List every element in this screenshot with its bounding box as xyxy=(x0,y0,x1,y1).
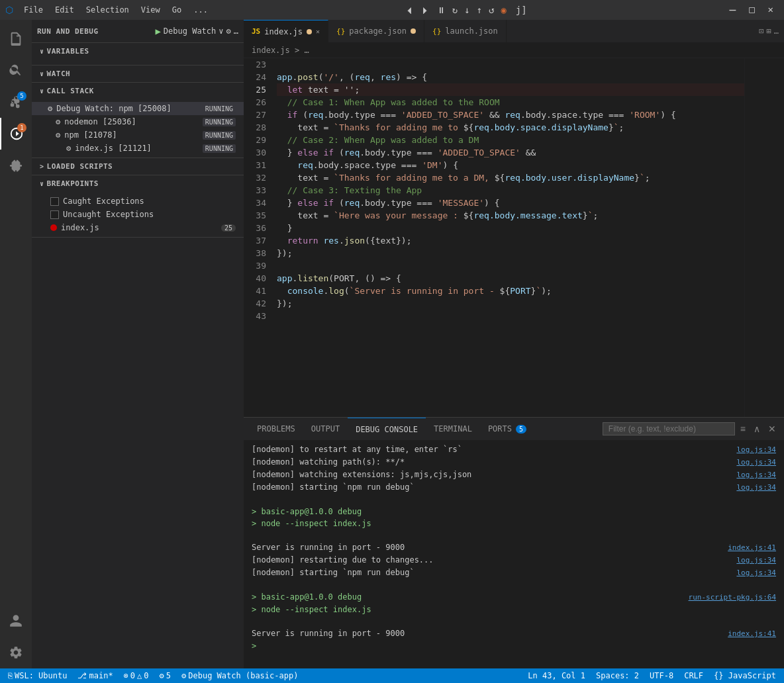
minimize-btn[interactable]: ─ xyxy=(724,4,742,17)
menu-view[interactable]: View xyxy=(136,4,166,16)
more-tabs-icon[interactable]: … xyxy=(774,26,779,36)
scroll-to-bottom-btn[interactable]: ∧ xyxy=(751,422,763,435)
bp-caught-exceptions[interactable]: Caught Exceptions xyxy=(32,195,244,208)
status-debug-watch[interactable]: ⚙ Debug Watch (basic-app) xyxy=(179,671,301,680)
code-content[interactable]: app.post('/', (req, res) => { let text =… xyxy=(271,58,744,417)
console-ref-9[interactable]: log.js:34 xyxy=(736,555,776,567)
status-debug[interactable]: ⚙ 5 xyxy=(157,671,173,680)
activity-explorer[interactable] xyxy=(0,23,32,54)
console-text-5: > basic-app@1.0.0 debug xyxy=(252,506,362,518)
status-spaces[interactable]: Spaces: 2 xyxy=(593,671,642,680)
status-encoding[interactable]: UTF-8 xyxy=(647,671,676,680)
console-ref-12[interactable]: run-script-pkg.js:64 xyxy=(689,592,776,604)
debug-more-icon[interactable]: … xyxy=(234,26,238,36)
debug-fwd-btn[interactable]: ⏵ xyxy=(418,3,433,17)
modified-dot-index xyxy=(307,29,312,34)
close-btn[interactable]: ✕ xyxy=(763,4,779,17)
split-editor-icon[interactable]: ⊡ xyxy=(759,26,763,36)
line-number-32: 32 xyxy=(244,171,266,184)
console-ref-8[interactable]: index.js:41 xyxy=(728,542,776,554)
code-line-39 xyxy=(277,259,744,272)
menu-selection[interactable]: Selection xyxy=(81,4,134,16)
variables-header[interactable]: ∨ VARIABLES xyxy=(32,43,244,60)
activity-settings[interactable] xyxy=(0,637,32,668)
tab-package-json[interactable]: {} package.json xyxy=(328,20,424,43)
bottom-panel: PROBLEMS OUTPUT DEBUG CONSOLE TERMINAL P… xyxy=(244,417,784,668)
debug-restart-btn[interactable]: ↻ xyxy=(450,3,460,17)
callstack-item-0[interactable]: ⚙ Debug Watch: npm [25008] RUNNING xyxy=(32,102,244,115)
debug-record-btn[interactable]: ◉ xyxy=(498,3,509,17)
panel-tab-output[interactable]: OUTPUT xyxy=(303,418,348,441)
bp-index-js[interactable]: index.js 25 xyxy=(32,221,244,234)
callstack-item-3[interactable]: ⚙ index.js [21121] RUNNING xyxy=(32,142,244,155)
callstack-item-1[interactable]: ⚙ nodemon [25036] RUNNING xyxy=(32,115,244,128)
console-ref-3[interactable]: log.js:34 xyxy=(736,482,776,494)
line-number-33: 33 xyxy=(244,184,266,197)
debug-toolbar: ⏴ ⏵ ⏸ ↻ ↓ ↑ ↺ ◉ j] xyxy=(403,3,530,17)
editor-layout-icon[interactable]: ⊞ xyxy=(767,26,771,36)
console-line-12: > basic-app@1.0.0 debugrun-script-pkg.js… xyxy=(252,591,776,604)
clear-console-btn[interactable]: ✕ xyxy=(765,422,779,435)
callstack-item-2[interactable]: ⚙ npm [21078] RUNNING xyxy=(32,128,244,142)
activity-extensions[interactable] xyxy=(0,150,32,181)
vscode-icon: ⬡ xyxy=(5,5,13,15)
menu-more[interactable]: ... xyxy=(188,4,213,16)
console-filter-input[interactable] xyxy=(603,422,735,435)
panel-tab-ports[interactable]: PORTS 5 xyxy=(480,418,534,441)
bp-uncaught-exceptions[interactable]: Uncaught Exceptions xyxy=(32,208,244,221)
console-ref-15[interactable]: index.js:41 xyxy=(728,628,776,640)
maximize-btn[interactable]: □ xyxy=(744,4,760,17)
console-text-0: [nodemon] to restart at any time, enter … xyxy=(252,443,462,455)
toggle-word-wrap-btn[interactable]: ≡ xyxy=(738,422,748,435)
debug-stepover-btn[interactable]: ↓ xyxy=(462,3,472,17)
debug-circle-btn[interactable]: ↺ xyxy=(486,3,497,17)
tab-actions: ⊡ ⊞ … xyxy=(754,26,784,36)
menu-go[interactable]: Go xyxy=(167,4,187,16)
console-prompt-line[interactable]: > xyxy=(252,640,776,652)
caught-exceptions-checkbox[interactable] xyxy=(50,197,59,206)
status-branch[interactable]: ⎇ main* xyxy=(75,671,115,680)
watch-header[interactable]: ∨ WATCH xyxy=(32,66,244,82)
debug-label: j] xyxy=(513,3,530,17)
console-line-9: [nodemon] restarting due to changes...lo… xyxy=(252,554,776,567)
code-line-36: } xyxy=(277,222,744,234)
close-tab-index-js[interactable]: ✕ xyxy=(316,28,320,35)
panel-tab-terminal[interactable]: TERMINAL xyxy=(426,418,480,441)
uncaught-exceptions-checkbox[interactable] xyxy=(50,210,59,219)
activity-source-control[interactable]: 5 xyxy=(0,86,32,118)
chevron-down-icon[interactable]: ∨ xyxy=(219,26,223,36)
status-position[interactable]: Ln 43, Col 1 xyxy=(525,671,588,680)
tab-index-js[interactable]: JS index.js ✕ xyxy=(244,20,328,43)
activity-run-debug[interactable]: 1 xyxy=(0,118,32,150)
console-line-1: [nodemon] watching path(s): **/*log.js:3… xyxy=(252,456,776,469)
loaded-scripts-header[interactable]: > LOADED SCRIPTS xyxy=(32,158,244,175)
breakpoints-section: ∨ BREAKPOINTS Caught Exceptions Uncaught… xyxy=(32,175,244,238)
activity-search[interactable] xyxy=(0,54,32,86)
callstack-header[interactable]: ∨ CALL STACK xyxy=(32,83,244,99)
status-language[interactable]: {} JavaScript xyxy=(711,671,779,680)
debug-back-btn[interactable]: ⏴ xyxy=(403,3,417,17)
debug-config-name[interactable]: Debug Watch xyxy=(164,26,216,36)
panel-tab-problems[interactable]: PROBLEMS xyxy=(249,418,303,441)
console-ref-0[interactable]: log.js:34 xyxy=(736,444,776,456)
status-wsl[interactable]: ⎘ WSL: Ubuntu xyxy=(5,671,70,680)
debug-pause-btn[interactable]: ⏸ xyxy=(434,4,448,17)
run-debug-badge: 1 xyxy=(17,123,26,132)
menu-edit[interactable]: Edit xyxy=(50,4,79,16)
debug-settings-icon[interactable]: ⚙ xyxy=(226,26,231,36)
console-text-3: [nodemon] starting `npm run debug` xyxy=(252,481,415,493)
panel-tab-debug-console[interactable]: DEBUG CONSOLE xyxy=(348,418,426,441)
play-debug-btn[interactable]: ▶ xyxy=(155,26,160,36)
breakpoints-header[interactable]: ∨ BREAKPOINTS xyxy=(32,175,244,192)
status-line-ending[interactable]: CRLF xyxy=(681,671,706,680)
console-ref-2[interactable]: log.js:34 xyxy=(736,469,776,481)
console-ref-10[interactable]: log.js:34 xyxy=(736,567,776,579)
menu-file[interactable]: File xyxy=(19,4,48,16)
status-errors[interactable]: ⊗ 0 △ 0 xyxy=(121,671,152,680)
console-ref-1[interactable]: log.js:34 xyxy=(736,457,776,469)
line-number-40: 40 xyxy=(244,272,266,285)
console-output: [nodemon] to restart at any time, enter … xyxy=(244,441,784,668)
debug-stepup-btn[interactable]: ↑ xyxy=(474,3,485,17)
tab-launch-json[interactable]: {} launch.json xyxy=(424,20,507,43)
activity-accounts[interactable] xyxy=(0,605,32,637)
